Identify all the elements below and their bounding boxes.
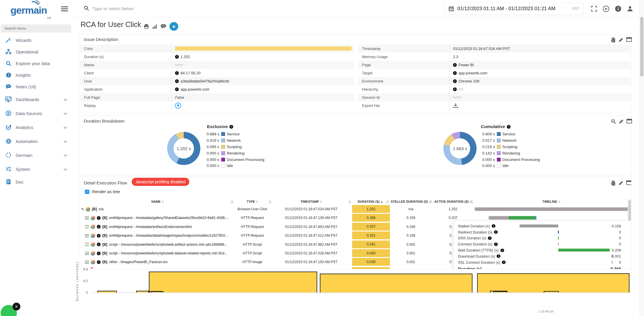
window-icon[interactable] <box>627 119 632 124</box>
fullscreen-icon[interactable] <box>591 6 597 12</box>
sidebar-item-doc[interactable]: Doc <box>0 176 72 188</box>
row-name-text: other - /images/PowerBI_Favicon.ico <box>109 260 167 264</box>
tooltip-row: Wait Duration (TTFB) (s)i0.206 <box>458 247 631 253</box>
window-icon[interactable] <box>626 180 631 186</box>
column-header-timeline[interactable]: TIMELINE <box>473 198 629 205</box>
type-cell: Browser:User Click <box>233 205 271 213</box>
user-icon[interactable] <box>627 6 633 12</box>
info-icon[interactable]: i <box>494 243 498 246</box>
sort-icon <box>381 200 383 203</box>
pencil-icon[interactable] <box>618 180 624 186</box>
bar-chart-icon[interactable] <box>152 24 157 29</box>
info-icon[interactable]: i <box>494 230 498 234</box>
legend-swatch <box>221 151 225 155</box>
database-icon <box>3 110 13 116</box>
info-icon[interactable]: i <box>507 125 511 129</box>
play-circle-icon[interactable] <box>603 6 609 12</box>
column-resize-handle[interactable] <box>231 200 233 203</box>
replay-play-icon[interactable] <box>175 103 181 109</box>
add-button[interactable]: + <box>170 22 178 31</box>
search-icon <box>3 61 13 66</box>
sidebar-item-notes-18[interactable]: Notes (18) <box>0 81 72 92</box>
row-menu-icon[interactable] <box>85 261 89 264</box>
comment-bubble-icon[interactable] <box>160 24 166 29</box>
row-menu-icon[interactable] <box>85 243 89 246</box>
sidebar-item-insights[interactable]: Insights <box>0 69 72 81</box>
column-resize-handle[interactable] <box>386 200 389 203</box>
info-icon[interactable]: i <box>97 216 101 220</box>
pencil-icon[interactable] <box>618 37 624 43</box>
info-icon[interactable]: i <box>500 249 504 252</box>
sidebar-item-automation[interactable]: Automation <box>0 134 72 148</box>
info-icon[interactable]: i <box>488 236 492 240</box>
download-icon[interactable] <box>453 103 458 108</box>
info-icon[interactable]: i <box>175 87 179 91</box>
comment-icon <box>3 84 13 89</box>
column-header-type[interactable]: TYPE <box>233 198 271 205</box>
info-circle-icon[interactable] <box>615 6 621 12</box>
info-icon[interactable]: i <box>453 87 457 91</box>
tooltip-mini-bar <box>558 237 559 240</box>
row-menu-icon[interactable] <box>85 252 89 255</box>
sidebar-item-data-sources[interactable]: Data Sources <box>0 106 72 120</box>
sidebar-item-explore-your-data[interactable]: Explore your data <box>0 58 72 69</box>
collapse-caret-icon[interactable] <box>81 208 84 212</box>
global-search[interactable] <box>84 3 441 15</box>
info-icon[interactable]: i <box>97 234 101 238</box>
info-icon[interactable]: i <box>97 252 101 255</box>
info-icon[interactable]: i <box>97 243 101 246</box>
column-resize-handle[interactable] <box>269 200 271 203</box>
row-menu-icon[interactable] <box>85 225 89 228</box>
column-header-active-duration-s-[interactable]: ACTIVE DURATION (S) <box>433 198 473 205</box>
sidebar-item-germain[interactable]: Germain <box>0 148 72 162</box>
csv-file-icon[interactable]: CSV <box>611 37 616 43</box>
y-tick: 0 <box>78 291 88 294</box>
info-icon[interactable]: i <box>175 71 179 75</box>
legend-item: 0.215 sScripting <box>473 144 540 150</box>
zoom-in-icon[interactable] <box>611 119 616 124</box>
column-resize-handle[interactable] <box>430 200 432 203</box>
info-icon[interactable]: i <box>497 254 500 258</box>
info-icon[interactable]: i <box>175 55 179 59</box>
global-search-input[interactable] <box>92 6 412 12</box>
row-menu-icon[interactable] <box>85 234 89 237</box>
info-icon[interactable]: i <box>502 261 506 264</box>
info-icon[interactable]: i <box>229 125 233 129</box>
column-header-timestamp[interactable]: TIMESTAMP <box>271 198 351 205</box>
info-icon[interactable]: i <box>97 260 101 264</box>
logo[interactable]: germain <box>10 5 47 16</box>
field-value: none <box>172 61 354 69</box>
sidebar-item-operational[interactable]: Operational <box>0 46 72 58</box>
info-icon[interactable]: i <box>97 225 101 229</box>
sidebar-item-dashboards[interactable]: Dashboards <box>0 92 72 106</box>
column-header-stalled-duration-s-[interactable]: STALLED DURATION (S) <box>389 198 433 205</box>
column-resize-handle[interactable] <box>349 200 351 203</box>
sidebar-search[interactable] <box>1 24 71 33</box>
field-value-text: a3ba5bdda5447fa200a86c9c <box>181 79 229 83</box>
row-menu-icon[interactable] <box>85 216 89 220</box>
date-range-picker[interactable]: 01/12/2023 01:11 AM - 01/12/2023 01:21 A… <box>444 3 584 15</box>
page-scrollbar-thumb[interactable] <box>640 17 643 76</box>
legend-value: 0.517 s <box>473 138 495 143</box>
csv-file-icon[interactable]: CSV <box>611 180 616 186</box>
info-icon[interactable]: i <box>453 63 457 67</box>
column-header-duration-s-[interactable]: DURATION (S) <box>351 198 389 205</box>
chat-close-icon[interactable]: ✕ <box>13 303 20 310</box>
window-icon[interactable] <box>626 37 632 43</box>
field-value: 01/12/2023 01:16:47.024 AM PST <box>450 44 631 53</box>
column-header-name[interactable]: NAME <box>81 198 233 205</box>
info-icon[interactable]: i <box>453 79 457 83</box>
info-icon[interactable]: i <box>492 224 495 228</box>
sidebar-search-input[interactable] <box>1 24 71 33</box>
menu-hamburger-icon[interactable] <box>61 6 68 11</box>
info-icon[interactable]: i <box>175 79 179 83</box>
column-resize-handle[interactable] <box>471 200 473 203</box>
table-row[interactable]: [B]n/aBrowser:User Click01/12/2023 01:16… <box>79 205 631 213</box>
sidebar-item-wizards[interactable]: Wizards <box>0 34 72 46</box>
info-icon[interactable]: i <box>453 71 457 75</box>
pencil-icon[interactable] <box>619 119 624 124</box>
printer-icon[interactable] <box>144 24 149 29</box>
render-as-tree-checkbox[interactable]: ✓ <box>85 190 89 194</box>
sidebar-item-analytics[interactable]: Analytics <box>0 120 72 134</box>
sidebar-item-system[interactable]: System <box>0 162 72 176</box>
